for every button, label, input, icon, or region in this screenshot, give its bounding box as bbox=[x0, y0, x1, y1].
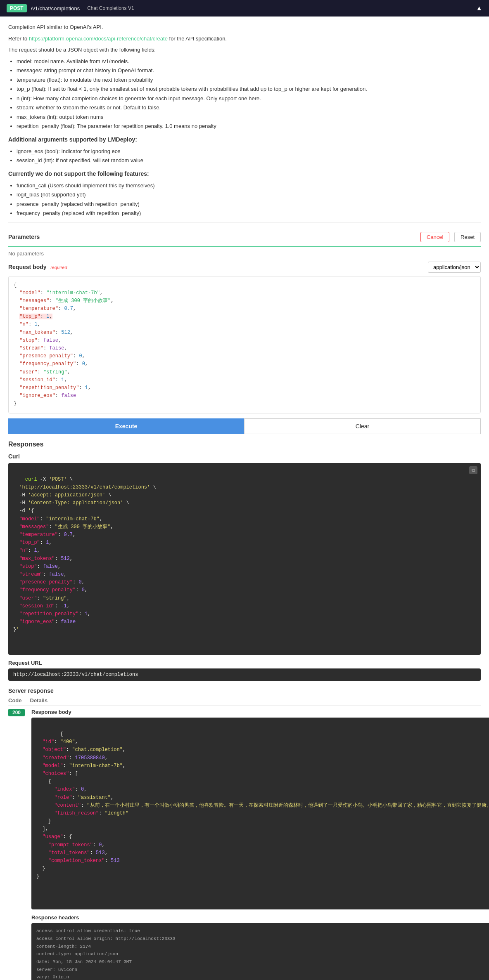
response-headers-block: access-control-allow-credentials: true a… bbox=[31, 923, 489, 980]
params-buttons: Cancel Reset bbox=[420, 232, 481, 242]
no-params-text: No parameters bbox=[8, 250, 481, 257]
field-stream: stream: whether to stream the results or… bbox=[17, 104, 481, 112]
curl-code-block: curl -X 'POST' \ 'http://localhost:23333… bbox=[8, 463, 481, 655]
request-body-code: { "model": "internlm-chat-7b", "messages… bbox=[14, 282, 114, 407]
unsupported-presence: presence_penalty (replaced with repetiti… bbox=[17, 200, 481, 208]
divider-1 bbox=[8, 222, 481, 223]
unsupported-list: function_call (Users should implement th… bbox=[8, 182, 481, 217]
fields-list: model: model name. Available from /v1/mo… bbox=[8, 57, 481, 130]
field-temperature: temperature (float): to modulate the nex… bbox=[17, 76, 481, 84]
unsupported-title: Currently we do not support the followin… bbox=[8, 170, 481, 178]
field-repetition-penalty: repetition_penalty (float): The paramete… bbox=[17, 122, 481, 130]
request-body-editor[interactable]: { "model": "internlm-chat-7b", "messages… bbox=[8, 276, 481, 413]
details-header: Details bbox=[30, 697, 48, 704]
unsupported-function: function_call (Users should implement th… bbox=[17, 182, 481, 190]
rb-title-group: Request body required bbox=[8, 264, 67, 270]
execute-clear-row: Execute Clear bbox=[8, 418, 481, 434]
field-model: model: model name. Available from /v1/mo… bbox=[17, 57, 481, 66]
response-details: Response body { "id": "400", "object": "… bbox=[31, 709, 489, 980]
additional-session: session_id (int): If not specified, will… bbox=[17, 156, 481, 165]
field-top-p: top_p (float): If set to float < 1, only… bbox=[17, 85, 481, 93]
intro-text: Completion API similar to OpenAI's API. bbox=[8, 23, 481, 31]
cancel-button[interactable]: Cancel bbox=[420, 232, 449, 242]
execute-button[interactable]: Execute bbox=[8, 418, 244, 434]
parameters-header: Parameters Cancel Reset bbox=[8, 228, 481, 247]
top-bar: POST /v1/chat/completions Chat Completio… bbox=[0, 0, 489, 17]
response-row-200: 200 Response body { "id": "400", "object… bbox=[8, 709, 481, 980]
additional-title: Additional arguments supported by LMDepl… bbox=[8, 135, 481, 144]
unsupported-logit: logit_bias (not supported yet) bbox=[17, 191, 481, 199]
code-header: Code bbox=[8, 697, 22, 704]
responses-title: Responses bbox=[8, 441, 481, 448]
curl-code: curl -X 'POST' \ 'http://localhost:23333… bbox=[13, 477, 156, 633]
field-n: n (int): How many chat completion choice… bbox=[17, 94, 481, 103]
clear-button[interactable]: Clear bbox=[244, 418, 481, 434]
openai-link[interactable]: https://platform.openai.com/docs/api-ref… bbox=[29, 35, 168, 42]
field-messages: messages: string prompt or chat history … bbox=[17, 66, 481, 75]
path-text: /v1/chat/completions bbox=[31, 5, 80, 12]
parameters-title: Parameters bbox=[8, 234, 40, 240]
json-fields-intro: The request should be a JSON object with… bbox=[8, 46, 481, 54]
response-headers-label: Response headers bbox=[31, 914, 489, 921]
additional-eos: ignore_eos (bool): Indicator for ignorin… bbox=[17, 147, 481, 156]
rb-title: Request body bbox=[8, 264, 47, 270]
response-body-code: { "id": "400", "object": "chat.completio… bbox=[36, 731, 489, 879]
request-url-label: Request URL bbox=[8, 660, 481, 666]
response-body-label: Response body bbox=[31, 709, 489, 715]
required-badge: required bbox=[50, 265, 67, 270]
description-section: Completion API similar to OpenAI's API. … bbox=[8, 23, 481, 217]
field-max-tokens: max_tokens (int): output token nums bbox=[17, 113, 481, 121]
main-content: Completion API similar to OpenAI's API. … bbox=[0, 17, 489, 980]
curl-copy-button[interactable]: ⧉ bbox=[469, 466, 477, 474]
api-title: Chat Completions V1 bbox=[87, 5, 134, 11]
content-type-select[interactable]: application/json bbox=[428, 262, 481, 273]
method-badge: POST bbox=[7, 4, 27, 12]
reset-button[interactable]: Reset bbox=[454, 232, 481, 242]
top-bar-left: POST /v1/chat/completions Chat Completio… bbox=[7, 4, 134, 12]
request-body-header: Request body required application/json bbox=[8, 262, 481, 273]
response-body-block: { "id": "400", "object": "chat.completio… bbox=[31, 718, 489, 909]
collapse-button[interactable]: ▲ bbox=[476, 5, 482, 12]
refer-text: Refer to https://platform.openai.com/doc… bbox=[8, 35, 481, 43]
server-response-title: Server response bbox=[8, 687, 481, 694]
request-url-bar: http://localhost:23333/v1/chat/completio… bbox=[8, 668, 481, 681]
additional-list: ignore_eos (bool): Indicator for ignorin… bbox=[8, 147, 481, 165]
curl-title: Curl bbox=[8, 453, 481, 460]
response-code-200: 200 bbox=[8, 709, 25, 716]
code-details-header: Code Details bbox=[8, 697, 481, 706]
unsupported-frequency: frequency_penalty (replaced with repetit… bbox=[17, 209, 481, 217]
